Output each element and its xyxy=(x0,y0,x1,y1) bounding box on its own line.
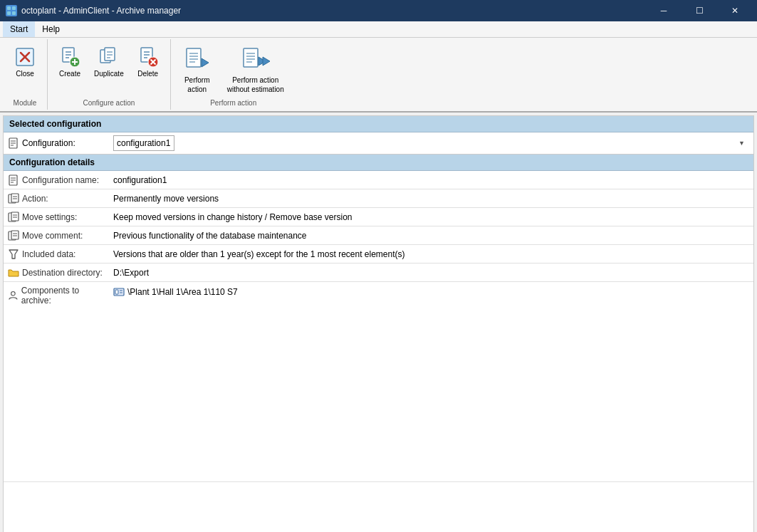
folder-icon xyxy=(8,268,19,278)
components-area: Components to archive: \Plant 1\Hall 1\A… xyxy=(4,282,753,482)
move-settings-label: Move settings: xyxy=(4,209,109,225)
svg-rect-3 xyxy=(12,11,16,15)
config-name-field-label: Configuration name: xyxy=(22,175,99,185)
perform-action-no-est-button[interactable]: Perform action without estimation xyxy=(221,42,291,98)
config-select-row: Configuration: configuration1 configurat… xyxy=(4,132,753,155)
duplicate-button-label: Duplicate xyxy=(94,70,124,78)
svg-rect-48 xyxy=(11,194,19,202)
delete-icon xyxy=(137,46,160,68)
move-settings-row: Move settings: Keep moved versions in ch… xyxy=(4,208,753,226)
move-settings-icon xyxy=(8,212,19,223)
config-name-label: Configuration name: xyxy=(4,172,109,188)
dest-dir-label: Destination directory: xyxy=(4,266,109,280)
svg-point-60 xyxy=(11,291,16,296)
action-label: Action: xyxy=(4,191,109,207)
svg-rect-56 xyxy=(11,231,19,239)
config-name-row: Configuration name: configuration1 xyxy=(4,171,753,189)
duplicate-icon xyxy=(98,46,120,68)
ribbon-group-module: Close Module xyxy=(3,39,48,110)
ribbon-group-configure: Create Duplicate xyxy=(48,39,171,110)
config-name-icon xyxy=(8,174,19,186)
close-window-button[interactable]: ✕ xyxy=(719,0,751,21)
create-button-label: Create xyxy=(59,70,80,78)
perform-buttons: Perform action Perform action without es xyxy=(177,42,291,98)
svg-rect-2 xyxy=(7,11,11,15)
close-button[interactable]: Close xyxy=(9,42,41,82)
titlebar-controls: ─ ☐ ✕ xyxy=(647,0,751,21)
config-select-wrapper: configuration1 configuration2 xyxy=(113,135,749,151)
config-name-value: configuration1 xyxy=(109,174,753,187)
svg-rect-1 xyxy=(12,6,16,10)
dest-dir-value: D:\Export xyxy=(109,266,753,279)
titlebar: octoplant - AdminClient - Archive manage… xyxy=(0,0,757,21)
selected-config-header: Selected configuration xyxy=(4,116,753,132)
svg-rect-26 xyxy=(187,48,201,67)
create-button[interactable]: Create xyxy=(53,42,86,82)
components-field-label: Components to archive: xyxy=(21,286,105,306)
close-icon xyxy=(14,46,36,68)
perform-action-no-est-icon xyxy=(241,46,270,74)
perform-action-button[interactable]: Perform action xyxy=(177,42,218,98)
perform-action-no-est-label: Perform action without estimation xyxy=(227,75,284,94)
person-icon xyxy=(8,290,19,301)
component-tree-item: \Plant 1\Hall 1\Area 1\110 S7 xyxy=(113,285,749,299)
dest-dir-field-label: Destination directory: xyxy=(22,268,103,278)
move-comment-row: Move comment: Previous functionality of … xyxy=(4,226,753,245)
included-data-row: Included data: Versions that are older t… xyxy=(4,245,753,264)
delete-button[interactable]: Delete xyxy=(132,42,165,82)
minimize-button[interactable]: ─ xyxy=(647,0,680,21)
config-select[interactable]: configuration1 configuration2 xyxy=(113,135,174,151)
funnel-icon xyxy=(8,249,19,260)
perform-group-label: Perform action xyxy=(177,98,291,107)
included-data-label: Included data: xyxy=(4,246,109,262)
duplicate-button[interactable]: Duplicate xyxy=(89,42,129,82)
move-comment-label: Move comment: xyxy=(4,228,109,244)
move-comment-value: Previous functionality of the database m… xyxy=(109,229,753,242)
svg-rect-15 xyxy=(105,48,115,61)
move-settings-value: Keep moved versions in change history / … xyxy=(109,211,753,224)
create-icon xyxy=(58,46,81,68)
svg-rect-52 xyxy=(11,212,19,221)
menubar: Start Help xyxy=(0,21,757,38)
titlebar-title: octoplant - AdminClient - Archive manage… xyxy=(21,6,181,16)
perform-action-label: Perform action xyxy=(184,75,210,94)
config-dropdown-label: Configuration: xyxy=(22,138,75,148)
titlebar-left: octoplant - AdminClient - Archive manage… xyxy=(6,5,181,16)
svg-rect-32 xyxy=(244,48,258,67)
action-value: Permanently move versions xyxy=(109,192,753,205)
app-icon xyxy=(6,5,17,16)
close-button-label: Close xyxy=(16,70,34,78)
plc-icon xyxy=(113,286,125,298)
components-label: Components to archive: xyxy=(4,282,109,308)
component-tree-path: \Plant 1\Hall 1\Area 1\110 S7 xyxy=(127,287,238,297)
action-field-label: Action: xyxy=(22,194,48,204)
included-data-field-label: Included data: xyxy=(22,249,75,259)
svg-rect-0 xyxy=(7,6,11,10)
svg-marker-59 xyxy=(9,250,18,259)
config-label-icon xyxy=(8,137,19,149)
configure-group-label: Configure action xyxy=(53,98,165,107)
ribbon: Close Module Cre xyxy=(0,38,757,113)
menu-item-help[interactable]: Help xyxy=(35,21,67,37)
components-value: \Plant 1\Hall 1\Area 1\110 S7 xyxy=(109,282,753,481)
main-content: Selected configuration Configuration: co… xyxy=(3,115,754,532)
module-buttons: Close xyxy=(9,42,41,98)
perform-action-icon xyxy=(183,46,212,74)
svg-marker-31 xyxy=(202,58,209,67)
maximize-button[interactable]: ☐ xyxy=(683,0,716,21)
svg-rect-62 xyxy=(115,290,118,294)
action-icon xyxy=(8,193,19,204)
ribbon-group-perform: Perform action Perform action without es xyxy=(171,39,296,110)
move-comment-icon xyxy=(8,230,19,241)
config-details-header: Configuration details xyxy=(4,155,753,171)
delete-button-label: Delete xyxy=(137,70,158,78)
action-row: Action: Permanently move versions xyxy=(4,189,753,208)
menu-item-start[interactable]: Start xyxy=(3,21,35,37)
config-label: Configuration: xyxy=(8,137,113,149)
svg-marker-38 xyxy=(263,57,270,66)
move-settings-field-label: Move settings: xyxy=(22,212,77,222)
module-group-label: Module xyxy=(9,98,41,107)
configure-buttons: Create Duplicate xyxy=(53,42,165,98)
move-comment-field-label: Move comment: xyxy=(22,231,83,241)
included-data-value: Versions that are older than 1 year(s) e… xyxy=(109,248,753,261)
